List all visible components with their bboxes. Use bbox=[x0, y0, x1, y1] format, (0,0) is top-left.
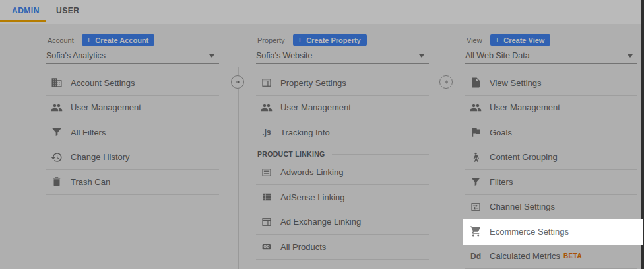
section-rule bbox=[332, 154, 430, 155]
column-divider bbox=[447, 67, 447, 269]
account-menu: Account Settings User Management All Fil… bbox=[46, 71, 219, 195]
item-label: Account Settings bbox=[71, 78, 135, 88]
item-user-management[interactable]: User Management bbox=[465, 96, 637, 121]
view-menu: View Settings User Management Goals Cont… bbox=[465, 71, 637, 269]
item-content-grouping[interactable]: Content Grouping bbox=[465, 145, 637, 171]
create-account-button[interactable]: Create Account bbox=[82, 34, 154, 46]
link-icon bbox=[261, 241, 273, 252]
swap-icon bbox=[470, 201, 482, 213]
item-label: All Filters bbox=[71, 128, 106, 137]
arrow-right-icon bbox=[442, 78, 450, 86]
item-label: All Products bbox=[280, 242, 326, 252]
dd-icon: Dd bbox=[470, 252, 482, 261]
plus-icon bbox=[298, 36, 303, 44]
property-selector-value: Sofia's Website bbox=[256, 51, 313, 60]
funnel-icon bbox=[470, 176, 482, 188]
expand-arrow-button[interactable] bbox=[231, 75, 244, 89]
item-user-management[interactable]: User Management bbox=[256, 96, 429, 121]
beta-badge: BETA bbox=[564, 252, 582, 260]
create-view-button[interactable]: Create View bbox=[490, 34, 551, 46]
item-adsense-linking[interactable]: AdSense Linking bbox=[256, 185, 429, 210]
item-label: Filters bbox=[490, 177, 513, 187]
item-trash-can[interactable]: Trash Can bbox=[46, 170, 219, 195]
column-view: View Create View All Web Site Data View … bbox=[465, 33, 637, 269]
history-icon bbox=[51, 151, 63, 163]
account-label: Account bbox=[48, 36, 74, 44]
layout-icon bbox=[261, 77, 273, 89]
item-channel-settings[interactable]: Channel Settings bbox=[465, 195, 637, 220]
property-selector[interactable]: Sofia's Website bbox=[256, 48, 429, 64]
item-label: Content Grouping bbox=[490, 152, 558, 162]
create-account-label: Create Account bbox=[95, 36, 148, 44]
column-divider bbox=[238, 67, 239, 269]
property-header: Property Create Property bbox=[256, 33, 429, 47]
people-icon bbox=[261, 102, 273, 114]
chevron-down-icon bbox=[209, 54, 214, 58]
item-change-history[interactable]: Change History bbox=[46, 145, 219, 171]
property-label: Property bbox=[257, 36, 285, 44]
building-icon bbox=[51, 77, 63, 89]
item-adwords-linking[interactable]: Adwords Linking bbox=[256, 161, 429, 186]
item-calculated-metrics[interactable]: Dd Calculated Metrics BETA bbox=[465, 245, 637, 269]
item-ad-exchange-linking[interactable]: Ad Exchange Linking bbox=[256, 210, 429, 235]
plus-icon bbox=[495, 36, 500, 44]
item-label: Calculated Metrics bbox=[490, 251, 560, 261]
item-label: Goals bbox=[490, 128, 512, 137]
column-account: Account Create Account Sofia's Analytics… bbox=[46, 33, 219, 195]
item-ecommerce-settings[interactable]: Ecommerce Settings bbox=[463, 219, 643, 245]
chevron-down-icon bbox=[628, 54, 633, 58]
plus-icon bbox=[86, 36, 92, 44]
tab-user[interactable]: USER bbox=[56, 0, 79, 21]
item-all-products[interactable]: All Products bbox=[256, 235, 429, 260]
lines-box-icon bbox=[261, 167, 273, 178]
account-selector[interactable]: Sofia's Analytics bbox=[46, 48, 219, 64]
js-icon: .js bbox=[261, 128, 273, 137]
item-label: View Settings bbox=[490, 78, 542, 88]
item-label: Adwords Linking bbox=[280, 167, 343, 177]
view-selector[interactable]: All Web Site Data bbox=[465, 48, 637, 64]
create-property-label: Create Property bbox=[306, 36, 361, 44]
people-icon bbox=[470, 102, 482, 114]
item-property-settings[interactable]: Property Settings bbox=[256, 71, 429, 96]
create-property-button[interactable]: Create Property bbox=[293, 34, 367, 46]
item-tracking-info[interactable]: .js Tracking Info bbox=[256, 120, 429, 145]
item-label: Tracking Info bbox=[280, 128, 330, 137]
layout-icon bbox=[261, 216, 273, 228]
cart-icon bbox=[470, 225, 482, 237]
people-icon bbox=[51, 102, 63, 114]
create-view-label: Create View bbox=[503, 36, 544, 44]
item-label: Channel Settings bbox=[490, 202, 555, 211]
view-label: View bbox=[467, 36, 482, 44]
item-label: Ecommerce Settings bbox=[490, 227, 569, 237]
item-view-settings[interactable]: View Settings bbox=[465, 71, 637, 96]
tab-bar: ADMIN USER bbox=[0, 0, 644, 24]
flag-icon bbox=[470, 126, 482, 138]
item-label: User Management bbox=[490, 102, 560, 112]
item-goals[interactable]: Goals bbox=[465, 120, 637, 145]
grid-icon bbox=[261, 191, 273, 203]
item-all-filters[interactable]: All Filters bbox=[46, 120, 219, 145]
item-label: Change History bbox=[71, 152, 130, 162]
view-selector-value: All Web Site Data bbox=[465, 51, 530, 60]
file-icon bbox=[470, 77, 482, 89]
item-label: User Management bbox=[71, 102, 141, 112]
account-selector-value: Sofia's Analytics bbox=[46, 51, 106, 60]
item-account-settings[interactable]: Account Settings bbox=[46, 71, 219, 96]
item-filters[interactable]: Filters bbox=[465, 170, 637, 195]
trash-icon bbox=[51, 176, 63, 188]
product-linking-section: PRODUCT LINKING bbox=[256, 145, 429, 161]
item-label: Ad Exchange Linking bbox=[280, 217, 361, 227]
funnel-icon bbox=[51, 126, 63, 138]
property-menu: Property Settings User Management .js Tr… bbox=[256, 71, 429, 260]
active-tab-underline bbox=[0, 20, 46, 22]
item-user-management[interactable]: User Management bbox=[46, 96, 219, 121]
item-label: Property Settings bbox=[280, 78, 346, 88]
view-header: View Create View bbox=[465, 33, 637, 47]
expand-arrow-button[interactable] bbox=[439, 75, 453, 89]
item-label: User Management bbox=[280, 102, 351, 112]
item-label: Trash Can bbox=[71, 177, 110, 187]
arrow-right-icon bbox=[234, 78, 242, 86]
tab-admin[interactable]: ADMIN bbox=[12, 0, 40, 21]
admin-page: ADMIN USER Account Create Account Sofia'… bbox=[0, 0, 644, 269]
hiker-icon bbox=[470, 151, 482, 163]
